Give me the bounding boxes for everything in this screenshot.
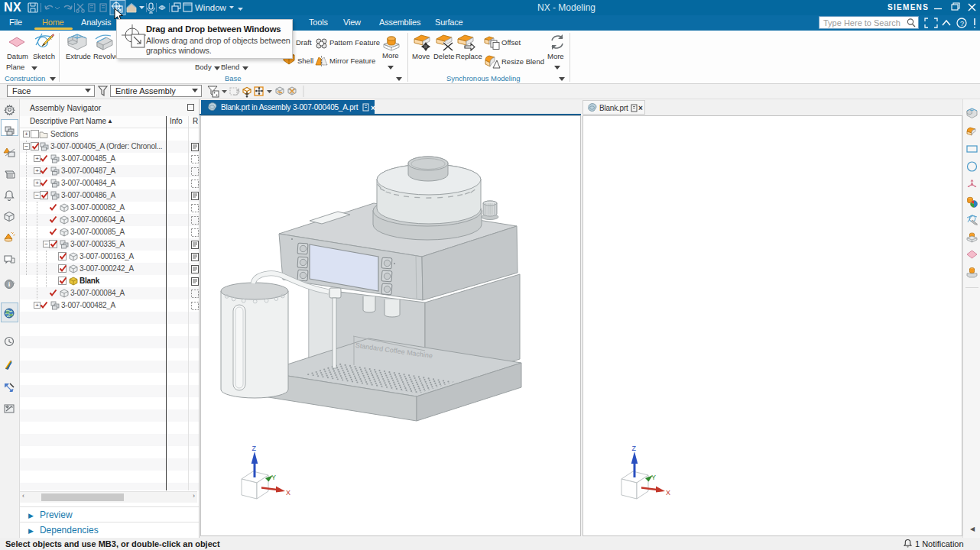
svg-text:Y: Y <box>271 474 276 481</box>
svg-text:Z: Z <box>252 445 257 452</box>
svg-text:X: X <box>286 489 290 497</box>
svg-text:?: ? <box>960 20 964 28</box>
svg-text:Window: Window <box>195 3 227 12</box>
svg-text:Z: Z <box>632 445 637 452</box>
svg-text:X: X <box>666 489 670 497</box>
svg-text:Y: Y <box>651 474 656 481</box>
